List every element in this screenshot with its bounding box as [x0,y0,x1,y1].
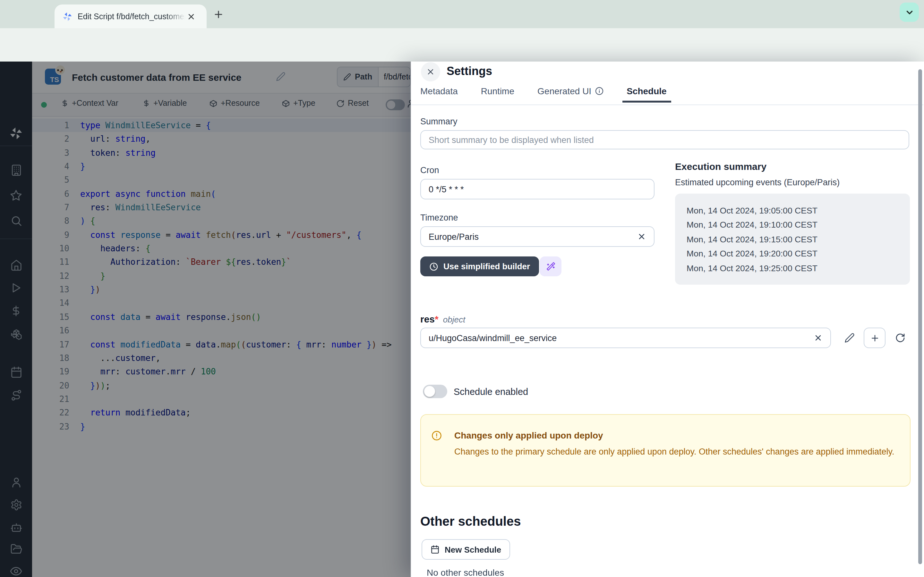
schedule-enabled-toggle[interactable] [423,385,447,398]
warning-title: Changes only applied upon deploy [454,430,603,440]
add-resource-button-drawer[interactable] [864,327,885,348]
info-icon [594,87,604,95]
tab-metadata[interactable]: Metadata [420,86,458,102]
execution-summary-subtitle: Estimated upcoming events (Europe/Paris) [675,177,840,187]
use-simplified-builder-button[interactable]: Use simplified builder [420,256,539,276]
windmill-favicon [62,11,73,21]
res-arg-type: object [443,315,465,324]
upcoming-events-card: Mon, 14 Oct 2024, 19:05:00 CESTMon, 14 O… [675,193,910,285]
clear-timezone-icon[interactable] [637,232,646,241]
no-other-schedules-text: No other schedules [427,567,504,577]
tab-title: Edit Script f/bd/fetch_customer [78,12,186,21]
tab-runtime[interactable]: Runtime [481,86,514,102]
other-schedules-title: Other schedules [420,514,521,529]
timezone-input[interactable]: Europe/Paris [420,226,654,247]
browser-tabstrip: Edit Script f/bd/fetch_customer [0,0,924,28]
summary-input[interactable]: Short summary to be displayed when liste… [420,130,909,149]
browser-tab[interactable]: Edit Script f/bd/fetch_customer [55,5,207,28]
drawer-backdrop[interactable] [0,61,411,577]
event-row: Mon, 14 Oct 2024, 19:10:00 CEST [687,218,910,233]
calendar-icon [431,545,439,554]
required-asterisk: * [435,314,439,324]
timezone-value: Europe/Paris [429,232,637,242]
event-row: Mon, 14 Oct 2024, 19:20:00 CEST [687,247,910,261]
tab-search-chevron-button[interactable] [900,3,919,22]
res-arg-label: res*object [420,314,465,324]
tabs-border [411,105,923,105]
pencil-icon [845,333,855,343]
new-tab-button[interactable] [213,9,224,20]
chevron-down-icon [905,7,914,17]
cron-input[interactable]: 0 */5 * * * [420,179,654,199]
wand-sparkles-icon [546,261,556,271]
timezone-label: Timezone [420,213,458,222]
drawer-title: Settings [447,65,492,78]
event-row: Mon, 14 Oct 2024, 19:25:00 CEST [687,261,910,276]
refresh-icon [895,333,905,343]
summary-label: Summary [420,117,457,126]
summary-placeholder: Short summary to be displayed when liste… [429,135,594,145]
warning-body: Changes to the primary schedule are only… [454,446,897,459]
new-schedule-button[interactable]: New Schedule [422,539,510,560]
event-row: Mon, 14 Oct 2024, 19:05:00 CEST [687,204,910,218]
tab-generated-ui[interactable]: Generated UI [537,86,604,102]
res-resource-input[interactable]: u/HugoCasa/windmill_ee_service [420,327,831,348]
event-row: Mon, 14 Oct 2024, 19:15:00 CEST [687,233,910,247]
ai-cron-button[interactable] [540,256,561,276]
edit-resource-button[interactable] [845,333,855,343]
drawer-close-button[interactable] [421,62,440,81]
settings-tabs: Metadata Runtime Generated UI Schedule [420,86,667,102]
schedule-enabled-label: Schedule enabled [454,387,528,397]
refresh-resource-button[interactable] [895,333,905,343]
drawer-scrollbar[interactable] [918,69,922,564]
close-icon [426,67,435,76]
upcoming-events-list: Mon, 14 Oct 2024, 19:05:00 CESTMon, 14 O… [687,204,910,276]
cron-value: 0 */5 * * * [429,184,464,194]
cron-label: Cron [420,165,439,175]
deploy-warning-banner: Changes only applied upon deploy Changes… [420,414,911,487]
clear-resource-icon[interactable] [814,334,822,342]
tab-schedule[interactable]: Schedule [627,86,667,102]
res-resource-value: u/HugoCasa/windmill_ee_service [429,333,814,343]
plus-icon [870,333,879,343]
alert-circle-icon [431,430,442,441]
browser-toolbar: app.windmill.dev/scripts/edit/f/bd/fetch… [0,28,924,61]
clock-icon [429,262,438,271]
tab-close-icon[interactable] [187,12,196,21]
execution-summary-title: Execution summary [675,161,766,172]
